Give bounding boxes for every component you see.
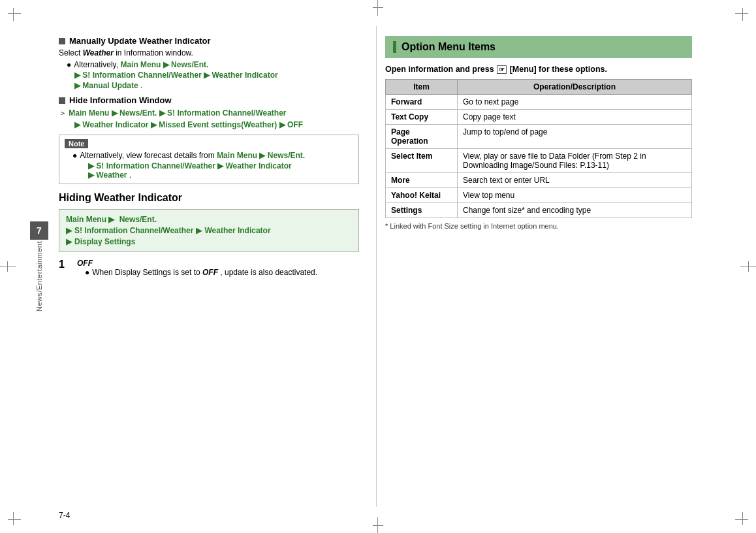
note-content: ● Alternatively, view forecast details f… bbox=[72, 151, 353, 160]
table-row: Page OperationJump to top/end of page bbox=[386, 125, 692, 149]
table-row: ForwardGo to next page bbox=[386, 95, 692, 110]
note-arr2: ▶ bbox=[88, 161, 94, 170]
table-cell-item: Yahoo! Keitai bbox=[386, 188, 458, 203]
step1-number: 1 bbox=[59, 259, 74, 270]
table-cell-desc: Search text or enter URL bbox=[458, 173, 692, 188]
corner-mark-tl bbox=[8, 8, 21, 21]
step1-rest: , update is also deactivated. bbox=[220, 268, 317, 277]
section1-sub1: ▶ S! Information Channel/Weather ▶ Weath… bbox=[74, 71, 359, 80]
s1-news: News/Ent. bbox=[171, 60, 208, 69]
note-bullet: ● bbox=[72, 151, 77, 160]
note-sub2: ▶ Weather . bbox=[88, 170, 353, 180]
page-number: 7-4 bbox=[59, 511, 70, 520]
sidebar-tab: 7 News/Entertainment bbox=[30, 221, 48, 312]
note-alt: Alternatively, view forecast details fro… bbox=[80, 151, 215, 160]
corner-mark-bl bbox=[8, 512, 21, 525]
corner-mark-tr bbox=[735, 8, 748, 21]
menu-bracket: [Menu] for these options. bbox=[510, 65, 607, 74]
box-weather-ind: Weather Indicator bbox=[204, 226, 270, 235]
section2-line1: ＞ Main Menu ▶ News/Ent. ▶ S! Information… bbox=[59, 108, 359, 119]
corner-mark-br bbox=[735, 512, 748, 525]
options-table: Item Operation/Description ForwardGo to … bbox=[385, 79, 692, 218]
note-news: News/Ent. bbox=[268, 151, 305, 160]
step1-when: When Display Settings is set to bbox=[92, 268, 200, 277]
s1-arr2: ▶ bbox=[74, 71, 80, 80]
section1-heading: Manually Update Weather Indicator bbox=[59, 36, 359, 46]
note-arr4: ▶ bbox=[88, 170, 94, 180]
option-menu-header: Option Menu Items bbox=[385, 36, 692, 58]
table-cell-desc: Go to next page bbox=[458, 95, 692, 110]
note-main-menu: Main Menu bbox=[217, 151, 257, 160]
box-line3: ▶ Display Settings bbox=[66, 237, 352, 246]
note-period: . bbox=[129, 170, 131, 180]
col-header-item: Item bbox=[386, 80, 458, 95]
s1-arr3: ▶ bbox=[204, 71, 210, 80]
bullet-dot1: ● bbox=[67, 60, 71, 69]
box-news: News/Ent. bbox=[119, 215, 157, 224]
table-cell-item: Select Item bbox=[386, 149, 458, 173]
table-row: Text CopyCopy page text bbox=[386, 110, 692, 125]
s1-arr1: ▶ bbox=[163, 60, 169, 69]
box-line2: ▶ S! Information Channel/Weather ▶ Weath… bbox=[66, 226, 352, 235]
s1-weather-ind: Weather Indicator bbox=[212, 71, 278, 80]
section2-heading-text: Hide Information Window bbox=[69, 95, 172, 105]
box-arr1: ▶ bbox=[108, 215, 114, 224]
s2-arr1: ▶ bbox=[112, 108, 118, 118]
s2-main-menu: Main Menu bbox=[69, 108, 109, 118]
s2-news: News/Ent. bbox=[119, 108, 157, 118]
vertical-divider bbox=[376, 26, 377, 507]
s1-arr4: ▶ bbox=[74, 81, 80, 90]
footnote: * Linked with Font Size setting in Inter… bbox=[385, 222, 692, 230]
cross-bottom bbox=[373, 517, 383, 533]
box-arr3: ▶ bbox=[196, 226, 202, 235]
menu-icon: ☞ bbox=[497, 65, 507, 74]
s2-arr2: ▶ bbox=[159, 108, 165, 118]
table-row: Yahoo! KeitaiView top menu bbox=[386, 188, 692, 203]
section2-heading: Hide Information Window bbox=[59, 95, 359, 105]
s1-period: . bbox=[140, 81, 142, 90]
hiding-heading: Hiding Weather Indicator bbox=[59, 192, 359, 204]
section1-heading-text: Manually Update Weather Indicator bbox=[69, 36, 210, 46]
step1-row: 1 OFF ● When Display Settings is set to … bbox=[59, 259, 359, 278]
chapter-number: 7 bbox=[30, 221, 48, 240]
table-cell-desc: Jump to top/end of page bbox=[458, 125, 692, 149]
section1-alt-line: ● Alternatively, Main Menu ▶ News/Ent. bbox=[67, 60, 359, 69]
s2-arr4: ▶ bbox=[151, 120, 157, 129]
instruction-box: Main Menu ▶ News/Ent. ▶ S! Information C… bbox=[59, 209, 359, 252]
col-header-desc: Operation/Description bbox=[458, 80, 692, 95]
note-label: Note bbox=[65, 139, 88, 148]
table-cell-desc: Copy page text bbox=[458, 110, 692, 125]
note-arr3: ▶ bbox=[217, 161, 223, 170]
note-s-info: S! Information Channel/Weather bbox=[96, 161, 215, 170]
table-cell-desc: View top menu bbox=[458, 188, 692, 203]
section1-in-text: in Information window. bbox=[116, 48, 193, 57]
note-weather: Weather bbox=[96, 170, 127, 180]
table-cell-item: More bbox=[386, 173, 458, 188]
s2-arr5: ▶ bbox=[279, 120, 285, 129]
step1-off-label: OFF bbox=[77, 259, 93, 268]
section1-square-icon bbox=[59, 38, 65, 44]
s2-weather-ind: Weather Indicator bbox=[82, 120, 148, 129]
box-main-menu: Main Menu bbox=[66, 215, 106, 224]
note-weather-ind: Weather Indicator bbox=[226, 161, 292, 170]
chapter-label: News/Entertainment bbox=[35, 241, 43, 312]
table-cell-item: Text Copy bbox=[386, 110, 458, 125]
table-row: MoreSearch text or enter URL bbox=[386, 173, 692, 188]
cross-top bbox=[373, 0, 383, 16]
table-cell-desc: Change font size* and encoding type bbox=[458, 203, 692, 218]
section2-line2: ▶ Weather Indicator ▶ Missed Event setti… bbox=[74, 120, 359, 129]
s2-s-info: S! Information Channel/Weather bbox=[167, 108, 286, 118]
note-sub1: ▶ S! Information Channel/Weather ▶ Weath… bbox=[88, 161, 353, 170]
table-cell-desc: View, play or save file to Data Folder (… bbox=[458, 149, 692, 173]
open-info-text: Open information and press ☞ [Menu] for … bbox=[385, 65, 692, 74]
s2-off: OFF bbox=[287, 120, 303, 129]
table-row: Select ItemView, play or save file to Da… bbox=[386, 149, 692, 173]
s1-alt: Alternatively, bbox=[74, 60, 118, 69]
right-content: Option Menu Items Open information and p… bbox=[385, 36, 692, 507]
open-info-prefix: Open information and press bbox=[385, 65, 494, 74]
section1-select-line: Select Weather in Information window. bbox=[59, 48, 359, 57]
s1-main-menu: Main Menu bbox=[120, 60, 161, 69]
step1-off-inline: OFF bbox=[202, 268, 218, 277]
s1-s-info: S! Information Channel/Weather bbox=[82, 71, 201, 80]
s2-arr3: ▶ bbox=[74, 120, 80, 129]
